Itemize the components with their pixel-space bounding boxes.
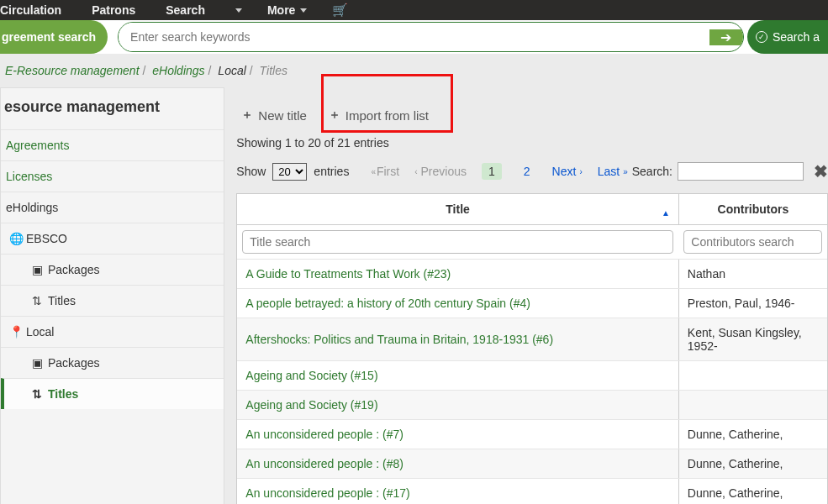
page-size-label: Show	[236, 165, 266, 178]
sidebar-item-label: Local	[26, 325, 54, 339]
search-input[interactable]	[119, 23, 709, 51]
breadcrumb-link[interactable]: eHoldings	[152, 64, 204, 77]
sidebar-item-label: EBSCO	[26, 232, 67, 245]
main-content: ＋New title ＋Import from list Showing 1 t…	[224, 87, 828, 504]
contributors-cell: Dunne, Catherine,	[678, 420, 827, 449]
breadcrumb: E-Resource management/ eHoldings/ Local/…	[0, 54, 828, 87]
table-info: Showing 1 to 20 of 21 entries	[236, 131, 828, 158]
search-bar: greement search ➔ ✓ Search a	[0, 20, 828, 54]
title-cell[interactable]: Aftershocks: Politics and Trauma in Brit…	[237, 318, 678, 361]
caret-down-icon	[300, 8, 307, 13]
contributors-cell	[678, 391, 827, 420]
sidebar-item-label: Titles	[48, 387, 78, 401]
pager-page-1[interactable]: 1	[482, 163, 502, 180]
sidebar-heading: esource management	[1, 88, 224, 129]
pager-first[interactable]: «First	[371, 165, 399, 178]
sidebar-item-titles[interactable]: ⇅Titles	[1, 285, 224, 316]
arrow-right-icon: ➔	[720, 29, 731, 45]
chevron-right-icon: ›	[579, 167, 582, 176]
box-icon: ▣	[31, 263, 43, 276]
table-row: An unconsidered people : (#17)Dunne, Cat…	[237, 479, 827, 505]
contributors-cell: Nathan	[678, 260, 827, 289]
search-scope-button[interactable]: ✓ Search a	[747, 20, 828, 54]
sidebar-item-ebsco[interactable]: 🌐EBSCO	[1, 223, 224, 254]
contributors-cell: Kent, Susan Kingsley, 1952-	[678, 318, 827, 361]
titles-table: Title ▲ Contributors A Guide to Treatmen…	[236, 193, 828, 504]
pager-page-2[interactable]: 2	[517, 163, 537, 180]
close-icon[interactable]: ✖	[814, 161, 828, 181]
contributors-cell: Preston, Paul, 1946-	[678, 289, 827, 318]
breadcrumb-current: Titles	[260, 64, 287, 77]
pager-next[interactable]: Next›	[552, 165, 583, 178]
box-icon: ▣	[31, 356, 43, 370]
page-size-label-post: entries	[314, 165, 349, 178]
pager-prev[interactable]: ‹Previous	[414, 165, 467, 178]
top-nav: Circulation Patrons Search More 🛒	[0, 0, 828, 20]
chevron-double-right-icon: »	[623, 167, 625, 176]
column-header-contributors[interactable]: Contributors	[678, 194, 827, 225]
nav-cart[interactable]: 🛒	[322, 3, 358, 18]
page-size-select[interactable]: 20	[272, 163, 307, 181]
sort-icon: ⇅	[31, 294, 43, 307]
plus-icon: ＋	[241, 108, 253, 123]
breadcrumb-link[interactable]: E-Resource management	[5, 64, 140, 77]
sidebar-item-licenses[interactable]: Licenses	[1, 160, 224, 192]
sidebar-item-label: Licenses	[6, 170, 52, 183]
table-row: Ageing and Society (#19)	[237, 391, 827, 420]
check-circle-icon: ✓	[756, 31, 767, 43]
breadcrumb-link[interactable]: Local	[218, 64, 245, 77]
nav-dropdown-toggle[interactable]	[220, 8, 252, 13]
sidebar-item-label: Agreements	[6, 139, 69, 152]
title-cell[interactable]: A Guide to Treatments That Work (#23)	[237, 260, 678, 289]
sidebar-item-eholdings[interactable]: eHoldings	[1, 192, 224, 223]
sidebar-item-local[interactable]: 📍Local	[1, 316, 224, 347]
chevron-left-icon: ‹	[414, 167, 417, 176]
plus-icon: ＋	[329, 108, 340, 123]
nav-search[interactable]: Search	[150, 0, 220, 20]
new-title-button[interactable]: ＋New title	[241, 108, 307, 123]
sidebar-item-packages[interactable]: ▣Packages	[1, 254, 224, 285]
title-cell[interactable]: A people betrayed: a history of 20th cen…	[237, 289, 678, 318]
title-cell[interactable]: Ageing and Society (#19)	[237, 391, 678, 420]
table-row: Ageing and Society (#15)	[237, 361, 827, 391]
title-cell[interactable]: An unconsidered people : (#8)	[237, 449, 678, 479]
nav-more[interactable]: More	[252, 0, 322, 20]
table-search-label: Search:	[632, 165, 672, 178]
nav-patrons[interactable]: Patrons	[76, 0, 150, 20]
pager-last[interactable]: Last»	[598, 165, 625, 178]
sidebar-item-label: Packages	[48, 356, 99, 370]
table-search-input[interactable]	[678, 162, 804, 181]
title-cell[interactable]: An unconsidered people : (#17)	[237, 479, 678, 505]
title-filter-input[interactable]	[242, 230, 673, 254]
sidebar-item-packages[interactable]: ▣Packages	[1, 347, 224, 378]
sidebar-item-label: Packages	[48, 263, 99, 276]
sidebar-item-titles[interactable]: ⇅Titles	[1, 378, 224, 409]
title-cell[interactable]: An unconsidered people : (#7)	[237, 420, 678, 449]
sidebar-item-agreements[interactable]: Agreements	[1, 129, 224, 160]
sort-asc-icon: ▲	[662, 208, 670, 218]
table-row: An unconsidered people : (#8)Dunne, Cath…	[237, 449, 827, 479]
column-header-title[interactable]: Title ▲	[237, 194, 678, 225]
globe-icon: 🌐	[9, 232, 21, 245]
search-input-container: ➔	[118, 22, 744, 52]
sidebar-item-label: eHoldings	[6, 201, 58, 214]
search-context-pill[interactable]: greement search	[0, 20, 108, 54]
contributors-cell: Dunne, Catherine,	[678, 449, 827, 479]
table-row: Aftershocks: Politics and Trauma in Brit…	[237, 318, 827, 361]
table-row: A Guide to Treatments That Work (#23)Nat…	[237, 260, 827, 289]
pin-icon: 📍	[9, 325, 21, 339]
sidebar-item-label: Titles	[48, 294, 76, 307]
sort-icon: ⇅	[31, 387, 43, 401]
search-submit-button[interactable]: ➔	[709, 29, 743, 45]
contributors-cell	[678, 361, 827, 391]
sidebar: esource management AgreementsLicenseseHo…	[0, 87, 224, 504]
nav-circulation[interactable]: Circulation	[0, 0, 76, 20]
contributors-cell: Dunne, Catherine,	[678, 479, 827, 505]
table-controls: Show 20 entries «First ‹Previous 1 2 Nex…	[236, 158, 828, 188]
title-cell[interactable]: Ageing and Society (#15)	[237, 361, 678, 391]
chevron-double-left-icon: «	[371, 167, 373, 176]
contributors-filter-input[interactable]	[683, 230, 822, 254]
caret-down-icon	[235, 8, 242, 13]
import-from-list-button[interactable]: ＋Import from list	[329, 108, 429, 123]
table-row: A people betrayed: a history of 20th cen…	[237, 289, 827, 318]
